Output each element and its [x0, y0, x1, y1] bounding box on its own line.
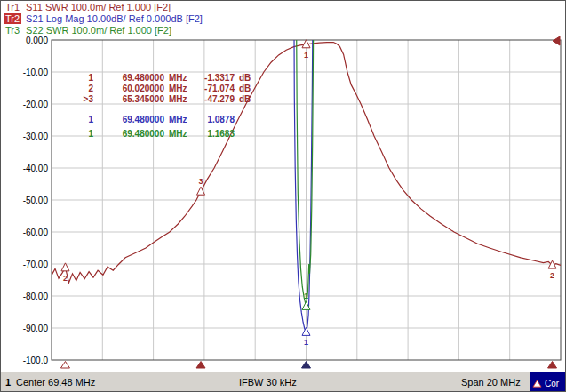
- marker-2-number: 2: [63, 274, 68, 283]
- y-axis-label: -10.00: [23, 68, 49, 77]
- marker-2-number: 2: [550, 271, 554, 280]
- correction-status-label: Cor: [545, 379, 559, 388]
- stimulus-marker-triangle: [302, 362, 311, 369]
- status-bar: 1 Center 69.48 MHz IFBW 30 kHz Span 20 M…: [1, 372, 565, 392]
- ifbw-readout: IFBW 30 kHz: [239, 377, 297, 388]
- marker-3-number: 3: [199, 177, 203, 186]
- y-axis-label: -50.00: [23, 196, 49, 205]
- span-readout: Span 20 MHz: [461, 377, 521, 388]
- marker-row: >365.345000MHz-47.279dB: [77, 94, 251, 105]
- reference-level-indicator: [553, 36, 560, 45]
- marker-row: 169.480000MHz-1.3317dB: [77, 73, 251, 84]
- marker-1-number: 1: [304, 338, 308, 347]
- center-frequency-readout: Center 69.48 MHz: [16, 377, 95, 388]
- marker-table-swr-s22: 169.480000MHz1.1683: [77, 129, 239, 140]
- correction-flag-icon: [532, 379, 542, 388]
- y-axis-label: -30.00: [23, 132, 49, 141]
- channel-number: 1: [5, 377, 11, 388]
- marker-3-glyph: [197, 187, 205, 195]
- correction-status-badge: Cor: [530, 372, 565, 392]
- marker-row: 169.480000MHz1.1683: [77, 129, 239, 140]
- marker-1-number: 1: [304, 292, 308, 300]
- marker-1-number: 1: [304, 51, 308, 60]
- marker-row: 260.020000MHz-71.074dB: [77, 84, 251, 94]
- chart-svg: 0.000-10.00-20.00-30.00-40.00-50.00-60.0…: [1, 1, 566, 392]
- y-axis-label: -90.00: [23, 324, 49, 333]
- stimulus-marker-triangle: [196, 362, 205, 369]
- stimulus-marker-triangle: [548, 362, 557, 369]
- y-axis-label: -60.00: [23, 228, 49, 237]
- marker-row: 169.480000MHz1.0878: [77, 115, 239, 125]
- marker-table-swr-s11: 169.480000MHz1.0878: [77, 115, 239, 125]
- marker-table-logmag: 169.480000MHz-1.3317dB 260.020000MHz-71.…: [77, 73, 251, 105]
- marker-1-glyph: [302, 327, 310, 335]
- y-axis-label: -70.00: [23, 260, 49, 269]
- y-axis-label: -40.00: [23, 164, 49, 173]
- vna-screen: Tr1S11 SWR 100.0m/ Ref 1.000 [F2] Tr2S21…: [0, 0, 566, 392]
- y-axis-label: -80.00: [23, 292, 49, 301]
- y-axis-label: -20.00: [23, 100, 49, 109]
- y-axis-label: 0.000: [26, 36, 48, 45]
- y-axis-label: -100.0: [23, 356, 49, 365]
- stimulus-marker-triangle: [60, 362, 69, 369]
